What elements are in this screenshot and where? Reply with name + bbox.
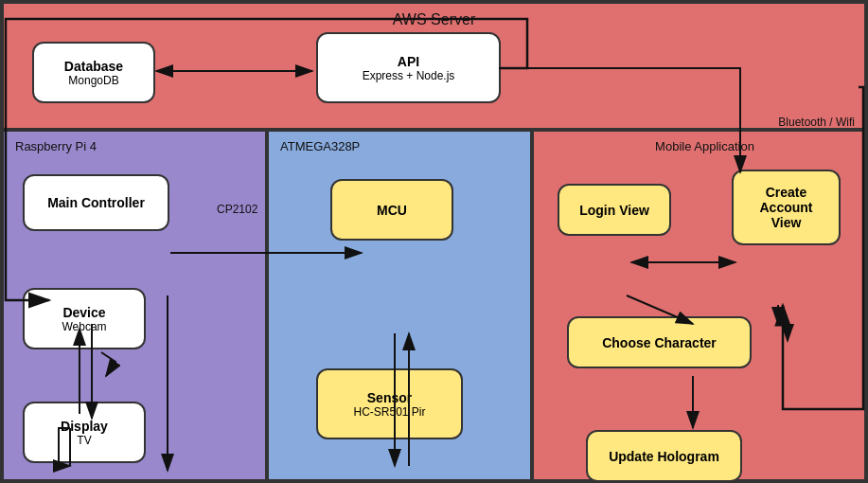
- device-title: Device: [62, 305, 105, 320]
- mcu-box: MCU: [330, 179, 453, 241]
- main-controller-box: Main Controller: [23, 174, 169, 231]
- database-subtitle: MongoDB: [68, 74, 118, 87]
- sensor-title: Sensor: [367, 390, 412, 405]
- login-box: Login View: [558, 184, 671, 236]
- mobile-label: Mobile Application: [534, 132, 864, 153]
- create-account-title: Create Account View: [743, 185, 829, 230]
- api-title: API: [398, 54, 419, 69]
- bottom-sections: Raspberry Pi 4 Main Controller Device We…: [2, 130, 866, 481]
- database-box: Database MongoDB: [32, 42, 155, 103]
- display-title: Display: [61, 419, 108, 434]
- create-account-box: Create Account View: [732, 170, 841, 245]
- cp2102-label: CP2102: [217, 203, 257, 216]
- aws-label: AWS Server: [4, 4, 864, 28]
- api-subtitle: Express + Node.js: [363, 69, 455, 82]
- api-box: API Express + Node.js: [316, 32, 501, 103]
- device-box: Device Webcam: [23, 288, 146, 349]
- update-hologram-box: Update Hologram: [586, 430, 742, 482]
- atmega-section: ATMEGA328P MCU Sensor HC-SR501 Pir: [267, 130, 532, 481]
- bluetooth-label: Bluetooth / Wifi: [778, 116, 855, 129]
- database-title: Database: [64, 59, 123, 74]
- display-box: Display TV: [23, 402, 146, 463]
- rpi-section: Raspberry Pi 4 Main Controller Device We…: [2, 130, 267, 481]
- rpi-label: Raspberry Pi 4: [4, 132, 265, 153]
- display-subtitle: TV: [77, 434, 91, 447]
- update-hologram-title: Update Hologram: [609, 449, 719, 464]
- atmega-label: ATMEGA328P: [269, 132, 530, 153]
- aws-section: AWS Server Database MongoDB API Express …: [2, 2, 866, 130]
- sensor-subtitle: HC-SR501 Pir: [353, 405, 425, 419]
- sensor-box: Sensor HC-SR501 Pir: [316, 368, 463, 439]
- diagram: AWS Server Database MongoDB API Express …: [0, 0, 868, 483]
- device-subtitle: Webcam: [62, 320, 106, 333]
- mcu-title: MCU: [377, 203, 407, 218]
- choose-character-box: Choose Character: [567, 316, 752, 368]
- choose-character-title: Choose Character: [602, 335, 717, 350]
- login-title: Login View: [579, 203, 649, 218]
- mobile-section: Mobile Application Login View Create Acc…: [532, 130, 866, 481]
- main-controller-title: Main Controller: [47, 195, 145, 210]
